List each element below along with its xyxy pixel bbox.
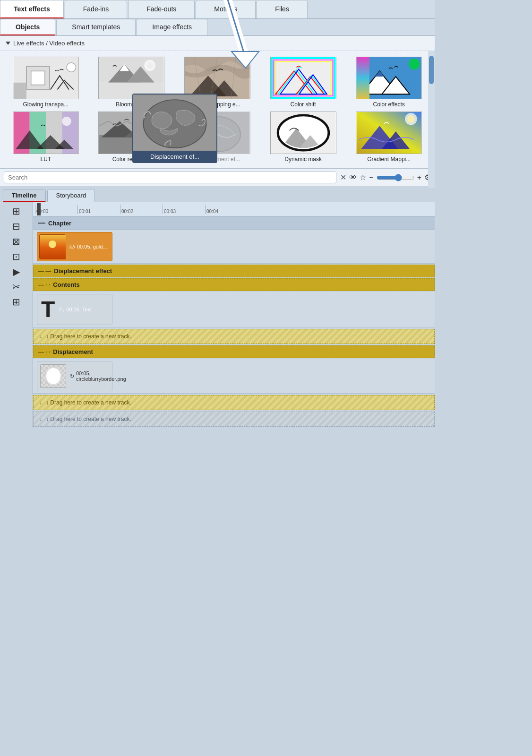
text-fx-icon: 𝑇ₓ	[59, 306, 64, 313]
tab-timeline[interactable]: Timeline	[3, 189, 46, 202]
effect-label-dynamicmask: Dynamic mask	[284, 156, 322, 163]
tab-image-effects[interactable]: Image effects	[137, 19, 207, 35]
zoom-in-button[interactable]: +	[417, 173, 421, 182]
image-clip-thumbnail	[40, 364, 66, 388]
tool-extra[interactable]: ⊞	[8, 295, 25, 309]
ruler-mark-3: 00:03	[163, 205, 205, 214]
drag-here-label-3: ↓ Drag here to create a new track.	[46, 416, 131, 422]
effect-label-gradientmapping: Gradient Mappi...	[367, 156, 411, 163]
ruler-mark-2: 00:02	[120, 205, 163, 214]
drag-here-label-1: ↓ Drag here to create a new track.	[46, 333, 131, 340]
drag-here-track-3[interactable]: ↓ ↓ Drag here to create a new track.	[33, 412, 435, 427]
ruler-mark-4: 00:04	[205, 205, 248, 214]
svg-point-4	[67, 63, 76, 72]
effects-panel: Live effects / Video effects	[0, 36, 435, 186]
effect-thumb-gradientmapping	[356, 112, 422, 154]
clip-icon: 𝐴𝑏	[69, 244, 75, 250]
image-clip-info: ↻ 00:05, circleblurryborder.png	[70, 370, 126, 382]
effect-colorshift[interactable]: Color shift	[262, 57, 344, 108]
tool-play[interactable]: ▶	[8, 265, 25, 279]
oval-shape	[45, 367, 61, 385]
favorite-button[interactable]: ☆	[360, 173, 366, 182]
tab-objects[interactable]: Objects	[0, 19, 55, 35]
drag-here-track-1[interactable]: ↓ ↓ Drag here to create a new track.	[33, 329, 435, 344]
clip-info: 𝐴𝑏 00:05, gold...	[69, 244, 107, 250]
dash-icon: —	[38, 219, 45, 227]
timeline-content: 00:00 00:01 00:02 00:03 00:04 — Chapter	[33, 202, 435, 428]
dash-dot-icon: — · ·	[38, 282, 50, 288]
tool-align[interactable]: ⊡	[8, 249, 25, 264]
clear-search-button[interactable]: ✕	[340, 173, 346, 182]
dash-dash-icon: — —	[38, 268, 51, 275]
effect-dynamicmask[interactable]: Dynamic mask	[262, 112, 344, 163]
tool-cut[interactable]: ✂	[8, 280, 25, 294]
track-area: — Chapter	[33, 216, 435, 427]
tab-text-effects[interactable]: Text effects	[0, 0, 64, 18]
svg-rect-3	[13, 83, 26, 99]
timeline-body: ⊞ ⊟ ⊠ ⊡ ▶ ✂ ⊞ 00:00 00:01 00:02 00:03 00…	[0, 202, 435, 428]
tab-files[interactable]: Files	[257, 0, 308, 18]
effect-label-lut: LUT	[40, 156, 51, 163]
timeline-ruler: 00:00 00:01 00:02 00:03 00:04	[33, 202, 435, 216]
displacement-effect-label: Displacement effect	[54, 267, 112, 275]
zoom-out-button[interactable]: −	[369, 173, 373, 182]
tab-fade-ins[interactable]: Fade-ins	[65, 0, 127, 18]
tool-group[interactable]: ⊟	[8, 219, 25, 233]
effect-thumb-dynamicmask	[270, 112, 336, 154]
displacement-tooltip[interactable]: Displacement ef...	[132, 94, 217, 163]
timeline-tab-bar: Timeline Storyboard	[0, 186, 435, 202]
effect-glowing[interactable]: Glowing transpa...	[5, 57, 87, 108]
track-row-text: T 𝑇ₓ 00:05, Text	[33, 292, 435, 327]
track-contents[interactable]: — · · Contents	[33, 278, 435, 291]
tab-fade-outs[interactable]: Fade-outs	[128, 0, 195, 18]
scrollbar-thumb[interactable]	[429, 56, 434, 84]
tooltip-thumb	[133, 94, 216, 151]
effect-thumb-coloreffects	[356, 57, 422, 99]
image-clip[interactable]: ↻ 00:05, circleblurryborder.png	[37, 361, 112, 391]
contents-label: Contents	[53, 281, 79, 288]
track-row-video: 𝐴𝑏 00:05, gold...	[33, 230, 435, 264]
tab-storyboard[interactable]: Storyboard	[47, 189, 95, 202]
effect-thumb-bloom	[98, 57, 164, 99]
visibility-toggle-button[interactable]: 👁	[349, 173, 357, 182]
image-icon: ↻	[70, 373, 74, 379]
effect-thumb-colorshift	[270, 57, 336, 99]
search-input[interactable]	[4, 172, 336, 183]
zoom-slider[interactable]	[377, 174, 414, 181]
effect-gradientmapping[interactable]: Gradient Mappi...	[348, 112, 430, 163]
tab-motions[interactable]: Motions	[196, 0, 256, 18]
effect-lut[interactable]: LUT	[5, 112, 87, 163]
svg-point-58	[407, 115, 415, 123]
image-clip-time: 00:05, circleblurryborder.png	[76, 370, 126, 382]
drag-down-icon-3: ↓	[39, 416, 42, 422]
drag-here-track-2[interactable]: ↓ ↓ Drag here to create a new track.	[33, 395, 435, 410]
collapse-icon[interactable]	[6, 42, 10, 45]
track-displacement-map[interactable]: — · · Displacement	[33, 345, 435, 358]
effect-thumb-glowing	[13, 57, 79, 99]
track-displacement-effect[interactable]: — — Displacement effect	[33, 265, 435, 277]
text-clip[interactable]: T 𝑇ₓ 00:05, Text	[37, 294, 112, 325]
effect-coloreffects[interactable]: Color effects	[348, 57, 430, 108]
scrollbar[interactable]	[428, 51, 435, 188]
svg-rect-2	[31, 71, 45, 85]
effect-label-colorshift: Color shift	[291, 101, 316, 108]
timeline-tools: ⊞ ⊟ ⊠ ⊡ ▶ ✂ ⊞	[0, 202, 33, 428]
drag-here-label-2: ↓ Drag here to create a new track.	[46, 399, 131, 406]
tool-layers[interactable]: ⊠	[8, 234, 25, 249]
svg-point-34	[409, 59, 420, 69]
track-chapter-header: — Chapter	[33, 216, 435, 230]
tool-split[interactable]: ⊞	[8, 204, 25, 218]
tab-smart-templates[interactable]: Smart templates	[56, 19, 136, 35]
video-clip-thumbnail	[39, 234, 65, 259]
ruler-mark-0: 00:00	[35, 205, 77, 214]
svg-rect-33	[357, 57, 369, 99]
section-header: Live effects / Video effects	[0, 36, 435, 51]
effect-thumb-bumpmapping	[184, 57, 250, 99]
top-tab-bar: Text effects Fade-ins Fade-outs Motions …	[0, 0, 435, 19]
section-title: Live effects / Video effects	[13, 40, 85, 47]
ruler-mark-1: 00:01	[77, 205, 120, 214]
drag-down-icon-1: ↓	[39, 333, 42, 340]
svg-point-66	[49, 241, 56, 248]
drag-down-icon-2: ↓	[39, 399, 42, 406]
video-clip[interactable]: 𝐴𝑏 00:05, gold...	[37, 232, 112, 261]
